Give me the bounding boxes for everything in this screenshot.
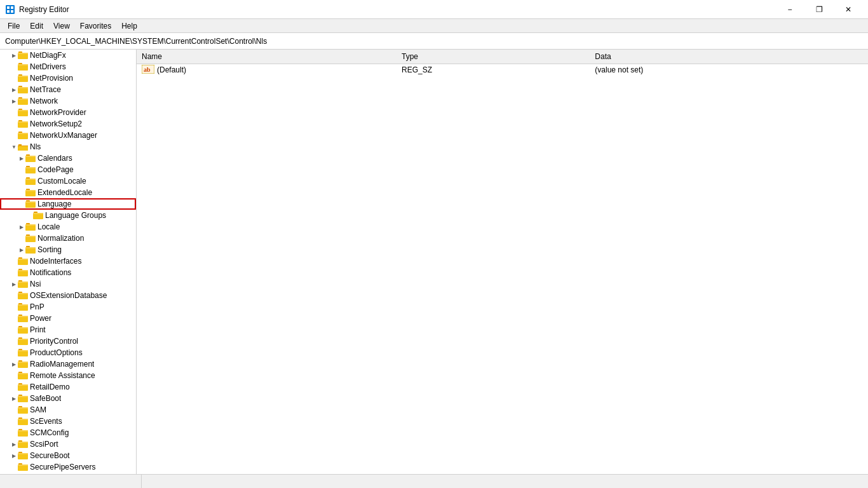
svg-rect-44 bbox=[25, 201, 36, 203]
tree-item-scsiport[interactable]: ▶ScsiPort bbox=[0, 438, 136, 450]
tree-item-networkuxmanager[interactable]: NetworkUxManager bbox=[0, 130, 136, 141]
expander-radiomanagement[interactable]: ▶ bbox=[10, 358, 18, 370]
tree-item-sam[interactable]: SAM bbox=[0, 404, 136, 416]
tree-item-netdrivers[interactable]: NetDrivers bbox=[0, 61, 136, 72]
folder-icon-language bbox=[25, 200, 36, 208]
folder-icon-nettrace bbox=[18, 85, 28, 94]
folder-icon-networkprovider bbox=[18, 108, 28, 117]
svg-rect-50 bbox=[25, 224, 36, 226]
menu-view[interactable]: View bbox=[48, 20, 75, 32]
expander-calendars[interactable]: ▶ bbox=[18, 152, 25, 164]
tree-item-nls[interactable]: ▼Nls bbox=[0, 141, 136, 152]
svg-rect-4 bbox=[11, 10, 13, 13]
close-button[interactable]: ✕ bbox=[834, 0, 863, 19]
table-row[interactable]: ab(Default)REG_SZ(value not set) bbox=[137, 64, 868, 76]
tree-item-prioritycontrol[interactable]: PriorityControl bbox=[0, 336, 136, 347]
tree-item-normalization[interactable]: Normalization bbox=[0, 233, 136, 244]
tree-item-nsi[interactable]: ▶Nsi bbox=[0, 278, 136, 290]
tree-item-scmconfig[interactable]: SCMConfig bbox=[0, 427, 136, 438]
tree-item-extendedlocale[interactable]: ExtendedLocale bbox=[0, 187, 136, 198]
expander-prioritycontrol bbox=[10, 336, 18, 347]
tree-panel[interactable]: ▶NetDiagFxNetDriversNetProvision▶NetTrac… bbox=[0, 50, 137, 488]
tree-item-secureboot[interactable]: ▶SecureBoot bbox=[0, 450, 136, 461]
svg-rect-1 bbox=[7, 6, 10, 9]
menu-bar: File Edit View Favorites Help bbox=[0, 19, 868, 33]
tree-item-nodeinterfaces[interactable]: NodeInterfaces bbox=[0, 255, 136, 267]
tree-label-nsi: Nsi bbox=[30, 280, 41, 288]
menu-favorites[interactable]: Favorites bbox=[75, 20, 116, 32]
svg-rect-65 bbox=[18, 281, 28, 283]
expander-safeboot[interactable]: ▶ bbox=[10, 393, 18, 404]
restore-button[interactable]: ❐ bbox=[804, 0, 834, 19]
tree-item-nettrace[interactable]: ▶NetTrace bbox=[0, 84, 136, 95]
expander-nls[interactable]: ▼ bbox=[10, 141, 18, 152]
tree-item-productoptions[interactable]: ProductOptions bbox=[0, 347, 136, 358]
tree-item-networksetup2[interactable]: NetworkSetup2 bbox=[0, 118, 136, 130]
tree-item-languagegroups[interactable]: Language Groups bbox=[0, 210, 136, 221]
folder-icon-nls bbox=[18, 142, 28, 151]
tree-item-power[interactable]: Power bbox=[0, 313, 136, 324]
tree-item-locale[interactable]: ▶Locale bbox=[0, 221, 136, 233]
minimize-button[interactable]: − bbox=[775, 0, 804, 19]
folder-icon-nsi bbox=[18, 280, 28, 288]
tree-item-codepage[interactable]: CodePage bbox=[0, 164, 136, 175]
expander-notifications bbox=[10, 267, 18, 278]
expander-network[interactable]: ▶ bbox=[10, 95, 18, 107]
expander-nsi[interactable]: ▶ bbox=[10, 278, 18, 290]
menu-edit[interactable]: Edit bbox=[25, 20, 48, 32]
svg-rect-29 bbox=[18, 144, 22, 146]
svg-rect-89 bbox=[18, 373, 28, 374]
tree-item-customlocale[interactable]: CustomLocale bbox=[0, 175, 136, 187]
expander-sorting[interactable]: ▶ bbox=[18, 244, 25, 255]
svg-rect-110 bbox=[18, 453, 28, 454]
expander-scsiport[interactable]: ▶ bbox=[10, 438, 18, 450]
tree-item-remoteassistance[interactable]: Remote Assistance bbox=[0, 370, 136, 381]
menu-file[interactable]: File bbox=[3, 20, 25, 32]
expander-netdiagfx[interactable]: ▶ bbox=[10, 50, 18, 61]
expander-nodeinterfaces bbox=[10, 255, 18, 267]
tree-item-scevents[interactable]: ScEvents bbox=[0, 416, 136, 427]
tree-item-securepipeservers[interactable]: SecurePipeServers bbox=[0, 461, 136, 473]
folder-icon-notifications bbox=[18, 268, 28, 277]
tree-label-nls: Nls bbox=[30, 142, 41, 151]
tree-label-retaildemo: RetailDemo bbox=[30, 383, 70, 391]
tree-item-pnp[interactable]: PnP bbox=[0, 301, 136, 313]
tree-item-language[interactable]: Language bbox=[0, 198, 136, 210]
tree-label-securepipeservers: SecurePipeServers bbox=[30, 463, 95, 471]
expander-nettrace[interactable]: ▶ bbox=[10, 84, 18, 95]
folder-icon-scevents bbox=[18, 417, 28, 426]
expander-locale[interactable]: ▶ bbox=[18, 221, 25, 233]
tree-item-network[interactable]: ▶Network bbox=[0, 95, 136, 107]
tree-label-nettrace: NetTrace bbox=[30, 85, 61, 94]
tree-item-osextensiondatabase[interactable]: OSExtensionDatabase bbox=[0, 290, 136, 301]
folder-icon-netdrivers bbox=[18, 62, 28, 71]
tree-item-networkprovider[interactable]: NetworkProvider bbox=[0, 107, 136, 118]
tree-item-retaildemo[interactable]: RetailDemo bbox=[0, 381, 136, 393]
tree-item-radiomanagement[interactable]: ▶RadioManagement bbox=[0, 358, 136, 370]
tree-item-calendars[interactable]: ▶Calendars bbox=[0, 152, 136, 164]
expander-normalization bbox=[18, 233, 25, 244]
tree-item-notifications[interactable]: Notifications bbox=[0, 267, 136, 278]
svg-rect-3 bbox=[7, 10, 10, 13]
tree-label-scmconfig: SCMConfig bbox=[30, 428, 69, 437]
tree-item-safeboot[interactable]: ▶SafeBoot bbox=[0, 393, 136, 404]
tree-item-print[interactable]: Print bbox=[0, 324, 136, 336]
folder-icon-retaildemo bbox=[18, 383, 28, 391]
tree-label-extendedlocale: ExtendedLocale bbox=[37, 188, 92, 197]
tree-item-sorting[interactable]: ▶Sorting bbox=[0, 244, 136, 255]
folder-icon-network bbox=[18, 97, 28, 105]
menu-help[interactable]: Help bbox=[116, 20, 142, 32]
svg-rect-7 bbox=[18, 53, 28, 54]
svg-rect-41 bbox=[25, 190, 36, 191]
folder-icon-sam bbox=[18, 405, 28, 414]
col-type: Type bbox=[397, 50, 590, 64]
folder-icon-extendedlocale bbox=[25, 188, 36, 197]
expander-secureboot[interactable]: ▶ bbox=[10, 450, 18, 461]
tree-label-safeboot: SafeBoot bbox=[30, 394, 61, 403]
folder-icon-remoteassistance bbox=[18, 371, 28, 380]
svg-rect-13 bbox=[18, 76, 28, 77]
tree-item-netprovision[interactable]: NetProvision bbox=[0, 72, 136, 84]
folder-icon-secureboot bbox=[18, 451, 28, 460]
tree-item-netdiagfx[interactable]: ▶NetDiagFx bbox=[0, 50, 136, 61]
svg-rect-92 bbox=[18, 384, 28, 386]
